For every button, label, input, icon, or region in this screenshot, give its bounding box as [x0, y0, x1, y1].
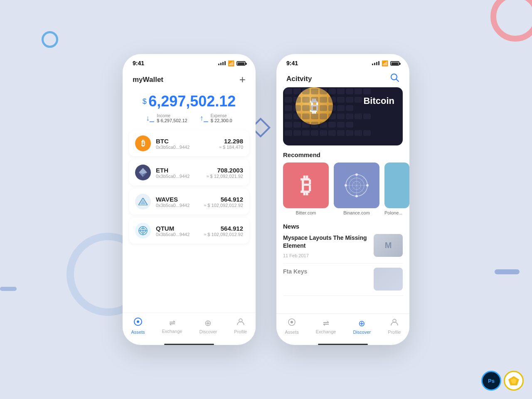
svg-point-24	[345, 184, 347, 187]
balance-stats: ↓⎯ Income $ 6,297,502.12 ↑⎯ Expense $ 22…	[131, 113, 247, 123]
coin-item-eth[interactable]: ETH 0x3b5ca0...9442 708.2003 ≈ $ 12,092,…	[129, 160, 249, 185]
recommend-item-binance[interactable]: Binance.com	[334, 163, 379, 215]
news-item-2[interactable]: Fta Keys	[283, 268, 403, 296]
nav-label-exchange-2: Exchange	[316, 329, 336, 334]
waves-info: WAVES 0x3b5ca0...9442	[156, 196, 204, 208]
binance-card	[334, 163, 379, 208]
income-icon: ↓⎯	[146, 114, 154, 123]
wallet-header: myWallet +	[123, 69, 256, 89]
status-icons-1: 📶	[218, 60, 246, 66]
sketch-badge	[504, 371, 524, 391]
balance-amount: 6,297,502.12	[148, 93, 236, 110]
svg-point-21	[355, 173, 358, 176]
poloniex-label: Polone...	[384, 210, 402, 215]
bitcoin-card: ₿	[283, 163, 329, 208]
exchange-icon-2: ⇌	[323, 319, 329, 328]
nav-item-discover-2[interactable]: ⊕ Discover	[353, 318, 371, 335]
phone-wallet: 9:41 📶 myWallet + $ 6,297,502.12 ↓⎯	[123, 54, 256, 345]
photoshop-badge: Ps	[481, 371, 501, 391]
news-thumb-image-1: M	[374, 234, 403, 257]
eth-amount: 708.2003	[206, 167, 243, 174]
search-button[interactable]	[390, 73, 399, 85]
coin-item-qtum[interactable]: QTUM 0x3b5ca0...9442 564.912 ≈ $ 102,092…	[129, 218, 249, 244]
wifi-icon-2: 📶	[382, 60, 388, 66]
news-headline-1: Myspace Layouts The Missing Element	[283, 234, 369, 250]
status-time-1: 9:41	[133, 60, 144, 66]
nav-label-assets-1: Assets	[131, 330, 145, 335]
recommend-item-poloniex[interactable]: Polone...	[384, 163, 409, 215]
nav-label-exchange-1: Exchange	[162, 329, 182, 334]
recommend-title: Recommend	[276, 151, 409, 163]
nav-item-exchange-2[interactable]: ⇌ Exchange	[316, 319, 336, 334]
news-thumb-image-2	[374, 268, 403, 291]
waves-name: WAVES	[156, 196, 204, 203]
wallet-icon	[133, 317, 143, 328]
btc-usd: ≈ $ 184,470	[219, 145, 243, 150]
bg-decoration-rect-right	[495, 269, 520, 274]
nav-label-discover-2: Discover	[353, 330, 371, 335]
bg-decoration-rect-left	[0, 287, 17, 291]
qtum-info: QTUM 0x3b5ca0...9442	[156, 225, 204, 237]
eth-usd: ≈ $ 12,092,021.92	[206, 174, 243, 179]
news-item-1[interactable]: Myspace Layouts The Missing Element 11 F…	[283, 234, 403, 264]
news-content-2: Fta Keys	[283, 268, 374, 276]
expense-stat: ↑⎯ Expense $ 22,300.0	[200, 113, 232, 123]
qtum-amount: 564.912	[204, 225, 243, 232]
tool-badges: Ps	[481, 371, 524, 391]
wifi-icon-1: 📶	[228, 60, 234, 66]
bg-decoration-circle-blue	[42, 31, 58, 48]
bottom-nav-1: Assets ⇌ Exchange ⊕ Discover Profile	[123, 313, 256, 341]
status-time-2: 9:41	[286, 60, 298, 66]
featured-banner[interactable]: ₿ Bitcoin	[283, 87, 403, 145]
news-thumb-2	[374, 268, 403, 291]
btc-balance: 12.298 ≈ $ 184,470	[219, 138, 243, 150]
coin-list: ₿ BTC 0x3b5ca0...9442 12.298 ≈ $ 184,470	[123, 129, 256, 313]
income-stat: ↓⎯ Income $ 6,297,502.12	[146, 113, 187, 123]
svg-marker-4	[140, 200, 146, 204]
discover-icon-2: ⊕	[358, 318, 365, 328]
poloniex-card	[384, 163, 409, 208]
nav-item-assets-1[interactable]: Assets	[131, 317, 145, 335]
nav-item-discover-1[interactable]: ⊕ Discover	[199, 318, 217, 334]
eth-info: ETH 0x3b5ca0...9442	[156, 167, 206, 179]
expense-info: Expense $ 22,300.0	[211, 113, 232, 123]
nav-item-profile-1[interactable]: Profile	[234, 318, 247, 334]
btc-address: 0x3b5ca0...9442	[156, 145, 219, 150]
recommend-item-bitcoin[interactable]: ₿ Bitter.com	[283, 163, 329, 215]
banner-title: Bitcoin	[363, 96, 394, 106]
add-wallet-button[interactable]: +	[239, 73, 246, 86]
eth-address: 0x3b5ca0...9442	[156, 174, 206, 179]
qtum-usd: ≈ $ 102,092,012.92	[204, 232, 243, 237]
eth-balance: 708.2003 ≈ $ 12,092,021.92	[206, 167, 243, 179]
btc-name: BTC	[156, 138, 219, 145]
profile-icon-1	[236, 318, 245, 328]
wallet-title: myWallet	[133, 76, 163, 84]
expense-value: $ 22,300.0	[211, 118, 232, 123]
waves-usd: ≈ $ 102,092,012.92	[204, 203, 243, 208]
balance-section: $ 6,297,502.12 ↓⎯ Income $ 6,297,502.12 …	[123, 89, 256, 129]
waves-logo	[135, 194, 151, 209]
bitter-label: Bitter.com	[296, 210, 316, 215]
income-info: Income $ 6,297,502.12	[157, 113, 187, 123]
waves-address: 0x3b5ca0...9442	[156, 203, 204, 208]
expense-label: Expense	[211, 113, 232, 118]
discover-icon: ⊕	[204, 318, 212, 328]
nav-item-assets-2[interactable]: Assets	[285, 318, 299, 335]
nav-item-profile-2[interactable]: Profile	[388, 318, 401, 335]
svg-point-22	[366, 184, 369, 187]
waves-amount: 564.912	[204, 196, 243, 203]
phones-wrapper: 9:41 📶 myWallet + $ 6,297,502.12 ↓⎯	[0, 0, 532, 399]
nav-label-profile-2: Profile	[388, 330, 401, 335]
income-label: Income	[157, 113, 187, 118]
coin-item-btc[interactable]: ₿ BTC 0x3b5ca0...9442 12.298 ≈ $ 184,470	[129, 131, 249, 156]
balance-display: $ 6,297,502.12	[131, 93, 247, 110]
svg-line-13	[396, 79, 399, 81]
svg-point-23	[355, 195, 358, 197]
coin-item-waves[interactable]: WAVES 0x3b5ca0...9442 564.912 ≈ $ 102,09…	[129, 189, 249, 214]
recommend-scroll: ₿ Bitter.com	[276, 163, 409, 221]
nav-label-profile-1: Profile	[234, 329, 247, 334]
wallet-icon-2	[288, 318, 296, 328]
phone-activity: 9:41 📶 Acitvity	[276, 54, 409, 345]
nav-item-exchange-1[interactable]: ⇌ Exchange	[162, 318, 182, 334]
expense-icon: ↑⎯	[200, 114, 208, 123]
